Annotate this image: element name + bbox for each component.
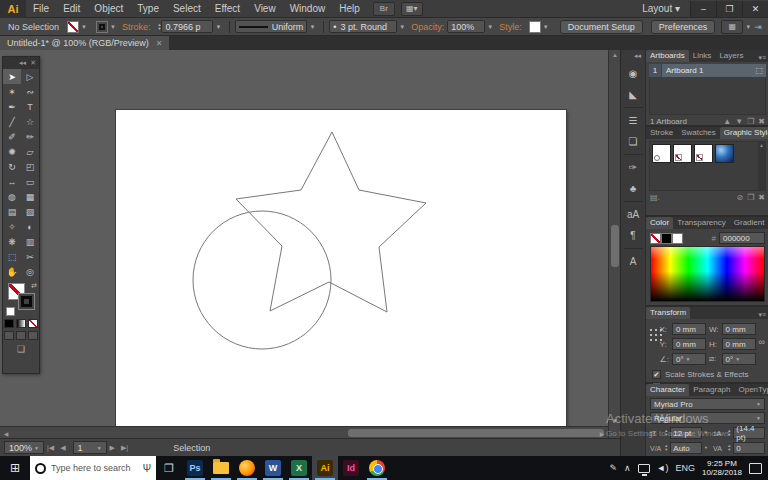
- style-dropdown-icon[interactable]: ▼: [543, 24, 549, 30]
- task-view-icon[interactable]: ❐: [156, 456, 182, 480]
- checkbox-checked-icon[interactable]: ✔: [652, 370, 661, 379]
- menu-help[interactable]: Help: [332, 3, 367, 14]
- artboard-row-icon[interactable]: ⬚: [755, 66, 766, 75]
- clock[interactable]: 9:25 PM 10/28/2018: [702, 459, 742, 477]
- none-mode-button[interactable]: [28, 319, 38, 328]
- hand-tool[interactable]: ✋: [3, 264, 21, 279]
- kerning-dropdown-icon[interactable]: ▼: [704, 446, 708, 450]
- font-style-field[interactable]: Regular▼: [650, 412, 765, 424]
- variable-width-field[interactable]: Uniform: [235, 20, 307, 33]
- shear-field[interactable]: 0°▼: [722, 353, 756, 365]
- styles-library-icon[interactable]: ▤.: [650, 193, 660, 202]
- gradient-tool[interactable]: ▨: [21, 204, 39, 219]
- mesh-tool[interactable]: ▤: [3, 204, 21, 219]
- graphic-style-none-2[interactable]: [694, 144, 713, 163]
- x-field[interactable]: 0 mm: [672, 323, 706, 335]
- tracking-field[interactable]: 0: [733, 442, 765, 454]
- language-indicator[interactable]: ENG: [675, 463, 695, 473]
- none-swatch[interactable]: [650, 233, 661, 244]
- kerning-stepper[interactable]: ▲▼: [664, 444, 668, 452]
- color-spectrum-picker[interactable]: [650, 246, 765, 302]
- scroll-up-icon[interactable]: ▲: [759, 142, 764, 148]
- white-swatch[interactable]: [672, 233, 683, 244]
- draw-normal-button[interactable]: [4, 331, 14, 340]
- opacity-dropdown-icon[interactable]: ▼: [487, 24, 493, 30]
- menu-object[interactable]: Object: [87, 3, 130, 14]
- close-button[interactable]: ✕: [742, 1, 768, 17]
- tab-character[interactable]: Character: [646, 384, 689, 396]
- delete-artboard-icon[interactable]: ✖: [758, 117, 765, 126]
- leading-stepper[interactable]: ▲▼: [727, 429, 731, 437]
- tab-layers[interactable]: Layers: [715, 50, 747, 62]
- symbol-sprayer-tool[interactable]: ❋: [3, 234, 21, 249]
- volume-icon[interactable]: ◄): [657, 463, 669, 473]
- star-shape-tool[interactable]: ☆: [21, 114, 39, 129]
- first-artboard-icon[interactable]: |◀: [47, 444, 54, 452]
- pen-tray-icon[interactable]: ✎: [609, 463, 617, 473]
- workspace-switcher[interactable]: Layout ▾: [642, 3, 680, 14]
- unlink-style-icon[interactable]: ⊘: [736, 193, 743, 202]
- panel-menu-icon[interactable]: ▾≡: [758, 54, 768, 62]
- network-icon[interactable]: [638, 464, 650, 473]
- menu-view[interactable]: View: [247, 3, 283, 14]
- default-fill-stroke-icon[interactable]: [6, 307, 15, 316]
- black-swatch[interactable]: [661, 233, 672, 244]
- paragraph-styles-panel-icon[interactable]: ¶: [624, 227, 642, 244]
- tab-opentype[interactable]: OpenType: [734, 384, 768, 396]
- opacity-field[interactable]: 100%: [447, 20, 485, 33]
- panel-options-dropdown-icon[interactable]: ▼: [745, 24, 751, 30]
- dock-collapse-icon[interactable]: ◂◂: [634, 50, 645, 61]
- horizontal-scrollbar[interactable]: ◀ ▶: [0, 426, 608, 438]
- perspective-grid-tool[interactable]: ▦: [21, 189, 39, 204]
- illustrator-taskbar-button[interactable]: Ai: [312, 456, 338, 480]
- blob-brush-tool[interactable]: ✺: [3, 144, 21, 159]
- next-artboard-icon[interactable]: ▶: [110, 444, 115, 452]
- pen-tool[interactable]: ✒: [3, 99, 21, 114]
- size-dropdown-icon[interactable]: ▼: [704, 431, 708, 435]
- brush-dropdown-icon[interactable]: ▼: [399, 24, 405, 30]
- word-taskbar-button[interactable]: W: [260, 456, 286, 480]
- leading-field[interactable]: (14.4 pt): [733, 427, 765, 439]
- minimize-button[interactable]: –: [690, 1, 716, 17]
- brush-field[interactable]: •3 pt. Round: [329, 20, 397, 33]
- w-field[interactable]: 0 mm: [722, 323, 756, 335]
- brushes-panel-icon[interactable]: ✑: [624, 159, 642, 176]
- collapse-to-icons-icon[interactable]: ⇥: [754, 22, 762, 32]
- tab-transparency[interactable]: Transparency: [673, 217, 730, 229]
- slice-tool[interactable]: ✂: [21, 249, 39, 264]
- hex-value-field[interactable]: 000000: [719, 232, 765, 244]
- menu-window[interactable]: Window: [283, 3, 333, 14]
- reference-point-locator[interactable]: [650, 329, 657, 342]
- document-setup-button[interactable]: Document Setup: [560, 20, 643, 34]
- vertical-scroll-thumb[interactable]: [611, 225, 619, 267]
- style-swatch[interactable]: [529, 21, 541, 33]
- microphone-icon[interactable]: Ψ: [143, 463, 151, 474]
- lasso-tool[interactable]: ∾: [21, 84, 39, 99]
- eraser-tool[interactable]: ▱: [21, 144, 39, 159]
- fill-swatch[interactable]: [67, 21, 79, 33]
- paintbrush-tool[interactable]: ✐: [3, 129, 21, 144]
- y-field[interactable]: 0 mm: [672, 338, 706, 350]
- free-transform-tool[interactable]: ▭: [21, 174, 39, 189]
- screen-mode-button[interactable]: ❏: [3, 344, 39, 354]
- stroke-swatch[interactable]: [96, 21, 108, 33]
- tab-artboards[interactable]: Artboards: [646, 50, 689, 62]
- width-tool[interactable]: ↔: [3, 174, 21, 189]
- menu-edit[interactable]: Edit: [56, 3, 87, 14]
- panel-options-icon[interactable]: ▦: [721, 20, 743, 34]
- font-size-stepper[interactable]: ▲▼: [664, 429, 668, 437]
- stroke-dropdown-icon[interactable]: ▼: [110, 24, 116, 30]
- excel-taskbar-button[interactable]: X: [286, 456, 312, 480]
- swap-fill-stroke-icon[interactable]: ⇄: [31, 282, 37, 290]
- chrome-taskbar-button[interactable]: [364, 456, 390, 480]
- gradient-panel-icon[interactable]: ◣: [624, 86, 642, 103]
- fill-dropdown-icon[interactable]: ▼: [81, 24, 87, 30]
- delete-style-icon[interactable]: ✖: [758, 193, 765, 202]
- graphic-style-default[interactable]: [652, 144, 671, 163]
- arrange-documents-icon[interactable]: ▦▾: [401, 2, 423, 16]
- draw-inside-button[interactable]: [28, 331, 38, 340]
- artboard-list-row[interactable]: 1 Artboard 1 ⬚: [649, 64, 766, 77]
- variable-width-dropdown-icon[interactable]: ▼: [309, 24, 315, 30]
- color-mode-button[interactable]: [4, 319, 14, 328]
- document-tab[interactable]: Untitled-1* @ 100% (RGB/Preview) ✕: [0, 36, 169, 50]
